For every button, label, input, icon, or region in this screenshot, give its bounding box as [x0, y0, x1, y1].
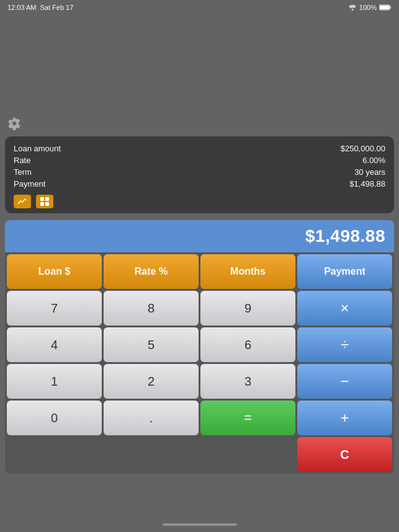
button-0[interactable]: 0	[7, 401, 102, 435]
button-grid: Loan $ Rate % Months Payment 7 8 9 × 4 5…	[5, 252, 394, 474]
loan-amount-label: Loan amount	[14, 144, 61, 153]
battery-text: 100%	[359, 4, 377, 11]
status-date: Sat Feb 17	[40, 4, 73, 11]
svg-rect-5	[40, 202, 44, 206]
payment-row: Payment $1,498.88	[14, 178, 385, 190]
calculator: $1,498.88 Loan $ Rate % Months Payment 7…	[5, 220, 394, 474]
info-card: Loan amount $250,000.00 Rate 6.00% Term …	[5, 136, 394, 213]
button-9[interactable]: 9	[200, 291, 295, 326]
gear-icon	[7, 117, 21, 130]
button-equals[interactable]: =	[200, 401, 295, 435]
button-3[interactable]: 3	[200, 364, 295, 399]
status-right: 100%	[348, 4, 392, 11]
button-add[interactable]: +	[297, 401, 392, 435]
months-header-button[interactable]: Months	[200, 254, 295, 289]
term-value: 30 years	[354, 167, 385, 177]
svg-rect-4	[45, 197, 49, 201]
rate-value: 6.00%	[362, 156, 385, 165]
loan-header-button[interactable]: Loan $	[7, 254, 102, 289]
button-6[interactable]: 6	[200, 327, 295, 362]
rate-header-button[interactable]: Rate %	[104, 254, 199, 289]
svg-rect-3	[40, 197, 44, 201]
wifi-icon	[348, 4, 357, 11]
button-subtract[interactable]: −	[297, 364, 392, 399]
button-4[interactable]: 4	[7, 327, 102, 362]
home-bar	[163, 523, 237, 526]
loan-amount-row: Loan amount $250,000.00	[14, 143, 385, 154]
chart-icon-button[interactable]	[14, 195, 31, 208]
button-1[interactable]: 1	[7, 364, 102, 399]
svg-point-0	[352, 9, 354, 11]
payment-label: Payment	[14, 179, 45, 188]
button-7[interactable]: 7	[7, 291, 102, 326]
grid-icon	[40, 197, 50, 206]
grid-icon-button[interactable]	[36, 195, 53, 208]
rate-label: Rate	[14, 156, 30, 165]
button-8[interactable]: 8	[104, 291, 199, 326]
button-2[interactable]: 2	[104, 364, 199, 399]
display-bar: $1,498.88	[5, 220, 394, 252]
chart-icon	[17, 197, 27, 206]
rate-row: Rate 6.00%	[14, 154, 385, 166]
status-time: 12:03 AM	[7, 4, 36, 11]
button-5[interactable]: 5	[104, 327, 199, 362]
button-decimal[interactable]: .	[104, 401, 199, 435]
svg-rect-6	[45, 202, 49, 206]
term-label: Term	[14, 167, 32, 177]
status-bar: 12:03 AM Sat Feb 17 100%	[0, 0, 399, 15]
loan-amount-value: $250,000.00	[341, 144, 385, 153]
payment-value: $1,498.88	[349, 179, 385, 188]
button-divide[interactable]: ÷	[297, 327, 392, 362]
payment-header-button[interactable]: Payment	[297, 254, 392, 289]
settings-button[interactable]	[7, 117, 21, 133]
term-row: Term 30 years	[14, 166, 385, 178]
svg-rect-2	[380, 6, 389, 9]
info-icons-bar	[14, 195, 385, 208]
button-multiply[interactable]: ×	[297, 291, 392, 326]
button-clear[interactable]: C	[297, 437, 392, 472]
battery-icon	[379, 4, 392, 11]
